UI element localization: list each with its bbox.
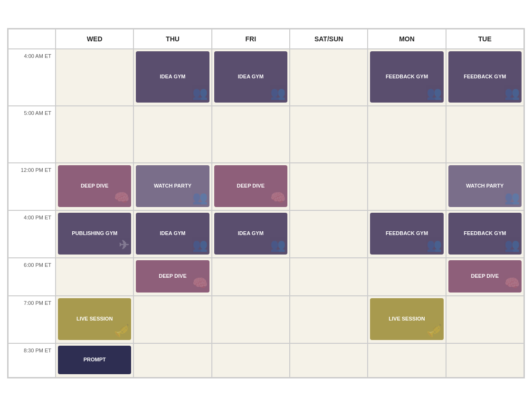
day-cell-row1-col5 xyxy=(446,106,524,163)
event-icon: 🧠 xyxy=(192,276,208,291)
event-label: FEEDBACK GYM xyxy=(386,230,428,236)
event-label: DEEP DIVE xyxy=(471,273,499,279)
day-cell-row6-col2 xyxy=(212,343,290,378)
day-cell-row6-col4 xyxy=(368,343,446,378)
day-cell-row6-col5 xyxy=(446,343,524,378)
event-label: FEEDBACK GYM xyxy=(464,73,506,80)
event-icon: 👥 xyxy=(270,238,285,253)
day-header-fri: FRI xyxy=(212,29,290,49)
event-block-feedback-gym-r3c5[interactable]: 👥FEEDBACK GYM xyxy=(448,213,522,255)
day-cell-row1-col4 xyxy=(368,106,446,163)
event-block-idea-gym-r3c1[interactable]: 👥IDEA GYM xyxy=(136,213,209,255)
event-label: DEEP DIVE xyxy=(81,182,109,189)
event-label: IDEA GYM xyxy=(160,230,185,236)
day-header-mon: MON xyxy=(368,29,446,49)
event-block-deep-dive-r4c1[interactable]: 🧠DEEP DIVE xyxy=(136,260,209,293)
day-cell-row5-col5 xyxy=(446,296,524,343)
day-cell-row0-col3 xyxy=(290,49,368,106)
day-cell-row5-col0: 🎺LIVE SESSION xyxy=(56,296,133,343)
event-block-deep-dive-r4c5[interactable]: 🧠DEEP DIVE xyxy=(448,260,522,293)
event-label: PROMPT xyxy=(84,356,106,363)
day-cell-row4-col1: 🧠DEEP DIVE xyxy=(133,258,211,296)
event-icon: 👥 xyxy=(192,190,208,205)
day-cell-row5-col4: 🎺LIVE SESSION xyxy=(368,296,446,343)
time-header xyxy=(8,29,56,49)
event-label: DEEP DIVE xyxy=(159,273,187,279)
event-icon: ✈ xyxy=(119,238,129,253)
time-cell-2: 12:00 PM ET xyxy=(8,163,56,210)
day-header-thu: THU xyxy=(133,29,211,49)
event-block-idea-gym-r3c2[interactable]: 👥IDEA GYM xyxy=(214,213,287,255)
event-block-deep-dive-r2c0[interactable]: 🧠DEEP DIVE xyxy=(58,165,131,207)
day-cell-row2-col2: 🧠DEEP DIVE xyxy=(212,163,290,210)
day-header-sat-sun: SAT/SUN xyxy=(290,29,368,49)
event-label: IDEA GYM xyxy=(238,73,264,80)
day-header-wed: WED xyxy=(56,29,133,49)
day-cell-row0-col1: 👥IDEA GYM xyxy=(133,49,211,106)
day-cell-row6-col1 xyxy=(133,343,211,378)
day-cell-row1-col3 xyxy=(290,106,368,163)
event-icon: 👥 xyxy=(504,238,520,253)
day-cell-row2-col4 xyxy=(368,163,446,210)
event-icon: 🧠 xyxy=(504,276,520,291)
event-label: IDEA GYM xyxy=(238,230,264,236)
event-label: WATCH PARTY xyxy=(154,182,191,189)
event-block-publishing-gym-r3c0[interactable]: ✈PUBLISHING GYM xyxy=(58,213,131,255)
event-label: PUBLISHING GYM xyxy=(72,230,117,236)
day-cell-row0-col0 xyxy=(56,49,133,106)
day-cell-row5-col1 xyxy=(133,296,211,343)
day-cell-row2-col1: 👥WATCH PARTY xyxy=(133,163,211,210)
event-label: WATCH PARTY xyxy=(466,182,504,189)
event-block-deep-dive-r2c2[interactable]: 🧠DEEP DIVE xyxy=(214,165,287,207)
day-cell-row4-col2 xyxy=(212,258,290,296)
day-cell-row2-col3 xyxy=(290,163,368,210)
event-label: DEEP DIVE xyxy=(237,182,265,189)
event-block-idea-gym-r0c1[interactable]: 👥IDEA GYM xyxy=(136,51,209,103)
event-block-idea-gym-r0c2[interactable]: 👥IDEA GYM xyxy=(214,51,287,103)
day-cell-row3-col3 xyxy=(290,210,368,258)
day-cell-row3-col1: 👥IDEA GYM xyxy=(133,210,211,258)
day-cell-row6-col0: PROMPT xyxy=(56,343,133,378)
time-cell-5: 7:00 PM ET xyxy=(8,296,56,343)
day-cell-row2-col0: 🧠DEEP DIVE xyxy=(56,163,133,210)
day-cell-row0-col4: 👥FEEDBACK GYM xyxy=(368,49,446,106)
event-icon: 👥 xyxy=(427,238,442,253)
event-block-live-session-r5c0[interactable]: 🎺LIVE SESSION xyxy=(58,298,131,340)
event-block-watch-party-r2c5[interactable]: 👥WATCH PARTY xyxy=(448,165,522,207)
day-cell-row4-col3 xyxy=(290,258,368,296)
event-icon: 🧠 xyxy=(114,190,129,205)
day-cell-row6-col3 xyxy=(290,343,368,378)
schedule-container: WEDTHUFRISAT/SUNMONTUE4:00 AM ET👥IDEA GY… xyxy=(7,28,525,378)
schedule-grid: WEDTHUFRISAT/SUNMONTUE4:00 AM ET👥IDEA GY… xyxy=(8,29,524,378)
time-cell-3: 4:00 PM ET xyxy=(8,210,56,258)
event-label: FEEDBACK GYM xyxy=(386,73,428,80)
event-block-feedback-gym-r0c5[interactable]: 👥FEEDBACK GYM xyxy=(448,51,522,103)
day-cell-row5-col2 xyxy=(212,296,290,343)
day-cell-row1-col1 xyxy=(133,106,211,163)
event-label: FEEDBACK GYM xyxy=(464,230,506,236)
day-cell-row3-col2: 👥IDEA GYM xyxy=(212,210,290,258)
day-cell-row2-col5: 👥WATCH PARTY xyxy=(446,163,524,210)
event-block-watch-party-r2c1[interactable]: 👥WATCH PARTY xyxy=(136,165,209,207)
event-block-feedback-gym-r3c4[interactable]: 👥FEEDBACK GYM xyxy=(370,213,443,255)
event-label: IDEA GYM xyxy=(160,73,185,80)
day-header-tue: TUE xyxy=(446,29,524,49)
day-cell-row4-col5: 🧠DEEP DIVE xyxy=(446,258,524,296)
time-cell-0: 4:00 AM ET xyxy=(8,49,56,106)
event-label: LIVE SESSION xyxy=(76,315,113,322)
event-icon: 👥 xyxy=(504,190,520,205)
day-cell-row3-col0: ✈PUBLISHING GYM xyxy=(56,210,133,258)
event-icon: 🎺 xyxy=(114,323,129,338)
event-icon: 👥 xyxy=(192,86,208,101)
event-icon: 👥 xyxy=(504,86,520,101)
event-icon: 👥 xyxy=(270,86,285,101)
day-cell-row5-col3 xyxy=(290,296,368,343)
event-icon: 🧠 xyxy=(270,190,285,205)
event-icon: 👥 xyxy=(192,238,208,253)
day-cell-row4-col0 xyxy=(56,258,133,296)
day-cell-row3-col5: 👥FEEDBACK GYM xyxy=(446,210,524,258)
event-label: LIVE SESSION xyxy=(389,315,425,322)
event-block-prompt-r6c0[interactable]: PROMPT xyxy=(58,346,131,374)
event-block-live-session-r5c4[interactable]: 🎺LIVE SESSION xyxy=(370,298,443,340)
event-block-feedback-gym-r0c4[interactable]: 👥FEEDBACK GYM xyxy=(370,51,443,103)
